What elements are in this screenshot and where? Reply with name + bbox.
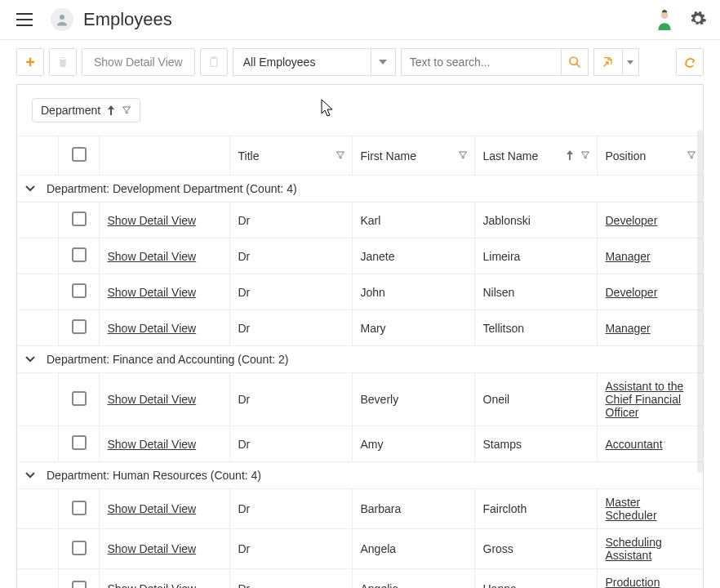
chevron-down-icon <box>25 185 35 192</box>
sort-asc-icon <box>566 150 574 160</box>
group-header: Department: Development Department (Coun… <box>47 182 297 195</box>
svg-rect-2 <box>211 58 217 67</box>
svg-line-5 <box>576 64 580 67</box>
table-row: Show Detail ViewDrJohnNilsenDeveloper <box>17 274 703 310</box>
cell-first-name: Barbara <box>352 489 474 529</box>
position-link[interactable]: Master Scheduler <box>606 496 657 522</box>
row-checkbox[interactable] <box>72 541 87 555</box>
cell-first-name: Angela <box>352 529 474 569</box>
table-row: Show Detail ViewDrBarbaraFairclothMaster… <box>17 489 703 529</box>
search-input[interactable] <box>402 56 561 69</box>
filter-select-label: All Employees <box>233 56 371 69</box>
detail-link[interactable]: Show Detail View <box>108 286 197 299</box>
filter-icon <box>122 105 131 115</box>
position-link[interactable]: Developer <box>606 286 658 299</box>
detail-link[interactable]: Show Detail View <box>108 502 197 515</box>
table-row: Show Detail ViewDrAmyStampsAccountant <box>17 426 703 462</box>
detail-link[interactable]: Show Detail View <box>108 322 197 335</box>
row-checkbox[interactable] <box>72 391 87 406</box>
cell-title: Dr <box>229 529 352 569</box>
expand-header <box>17 136 58 176</box>
row-checkbox[interactable] <box>72 581 87 589</box>
filter-icon[interactable] <box>580 150 590 160</box>
select-all-checkbox[interactable] <box>72 147 87 162</box>
position-link[interactable]: Production Control Manager <box>606 576 691 588</box>
row-checkbox[interactable] <box>72 247 87 262</box>
position-link[interactable]: Scheduling Assistant <box>606 536 662 562</box>
row-checkbox[interactable] <box>72 283 87 298</box>
chevron-down-icon <box>627 60 633 65</box>
column-header-title[interactable]: Title <box>229 136 352 176</box>
export-button[interactable] <box>594 49 622 75</box>
detail-link[interactable]: Show Detail View <box>108 542 197 555</box>
scrollbar[interactable] <box>697 130 703 473</box>
refresh-icon <box>683 56 696 69</box>
position-link[interactable]: Developer <box>606 214 658 227</box>
position-link[interactable]: Manager <box>606 250 651 263</box>
group-by-chip[interactable]: Department <box>32 98 140 122</box>
cell-last-name: Nilsen <box>474 274 597 310</box>
detail-link[interactable]: Show Detail View <box>108 438 197 451</box>
detail-link[interactable]: Show Detail View <box>108 582 197 588</box>
cell-title: Dr <box>229 569 352 589</box>
detail-link[interactable]: Show Detail View <box>108 393 197 406</box>
refresh-button[interactable] <box>676 48 704 76</box>
chevron-down-icon <box>25 356 35 363</box>
show-detail-view-button[interactable]: Show Detail View <box>82 48 195 76</box>
group-row[interactable]: Department: Finance and Accounting (Coun… <box>17 346 703 373</box>
cell-last-name: Hanna <box>474 569 597 589</box>
svg-rect-3 <box>212 56 216 59</box>
row-checkbox[interactable] <box>72 319 87 334</box>
hamburger-icon <box>16 13 33 26</box>
row-checkbox[interactable] <box>72 212 87 226</box>
clipboard-icon <box>207 56 220 69</box>
group-by-label: Department <box>41 104 100 117</box>
svg-point-0 <box>60 15 64 20</box>
cell-first-name: Angelia <box>352 569 474 589</box>
group-row[interactable]: Department: Human Resources (Count: 4) <box>17 462 703 489</box>
column-header-last-name[interactable]: Last Name <box>474 136 597 176</box>
row-checkbox[interactable] <box>72 435 87 450</box>
user-avatar[interactable] <box>653 8 676 31</box>
group-row[interactable]: Department: Development Department (Coun… <box>17 176 703 203</box>
column-header-first-name[interactable]: First Name <box>352 136 474 176</box>
cell-last-name: Gross <box>474 529 597 569</box>
cell-title: Dr <box>229 489 352 529</box>
cell-last-name: Oneil <box>474 373 597 426</box>
svg-point-1 <box>661 11 669 19</box>
position-link[interactable]: Accountant <box>606 438 663 451</box>
delete-button[interactable] <box>49 48 77 76</box>
filter-select[interactable]: All Employees <box>233 48 396 76</box>
filter-icon[interactable] <box>458 150 468 160</box>
settings-button[interactable] <box>689 10 707 30</box>
gear-icon <box>689 10 707 28</box>
chevron-down-icon <box>371 49 395 75</box>
cell-last-name: Stamps <box>474 426 597 462</box>
row-checkbox[interactable] <box>72 501 87 515</box>
table-row: Show Detail ViewDrAngeliaHannaProduction… <box>17 569 703 589</box>
select-all-header[interactable] <box>58 136 99 176</box>
column-header-position[interactable]: Position <box>597 136 703 176</box>
position-link[interactable]: Manager <box>606 322 651 335</box>
sort-asc-icon <box>107 105 115 115</box>
plus-icon: + <box>25 53 35 72</box>
filter-icon[interactable] <box>687 150 696 160</box>
detail-link[interactable]: Show Detail View <box>108 250 197 263</box>
filter-icon[interactable] <box>336 150 345 160</box>
detail-link[interactable]: Show Detail View <box>108 214 197 227</box>
export-icon <box>602 56 615 69</box>
export-dropdown[interactable] <box>622 49 638 75</box>
cell-first-name: Janete <box>352 238 474 274</box>
cell-first-name: John <box>352 274 474 310</box>
cell-title: Dr <box>229 310 352 346</box>
clipboard-button[interactable] <box>200 48 228 76</box>
position-link[interactable]: Assistant to the Chief Financial Officer <box>606 380 684 419</box>
new-button[interactable]: + <box>16 48 44 76</box>
search-button[interactable] <box>561 49 588 75</box>
cell-first-name: Mary <box>352 310 474 346</box>
cell-first-name: Beverly <box>352 373 474 426</box>
group-header: Department: Finance and Accounting (Coun… <box>47 353 289 366</box>
table-row: Show Detail ViewDrKarlJablonskiDeveloper <box>17 203 703 238</box>
menu-button[interactable] <box>13 10 36 29</box>
cell-last-name: Jablonski <box>474 203 597 238</box>
